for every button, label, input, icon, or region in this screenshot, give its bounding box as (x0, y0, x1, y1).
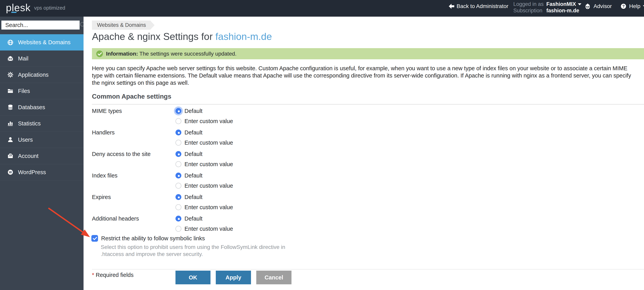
checkbox-checked-icon[interactable] (91, 235, 98, 242)
sidebar-item-wordpress[interactable]: W WordPress (0, 164, 84, 180)
subscription-value[interactable]: fashion-m.de (546, 8, 582, 14)
database-icon (7, 104, 14, 110)
radio-icon[interactable] (176, 118, 181, 124)
apply-button[interactable]: Apply (216, 271, 251, 284)
radio-icon[interactable] (176, 130, 181, 136)
sidebar-item-statistics[interactable]: Statistics (0, 116, 84, 132)
globe-icon (7, 39, 14, 46)
radio-option-custom[interactable]: Enter custom value (176, 117, 233, 125)
radio-option-default[interactable]: Default (176, 150, 202, 158)
radio-option-custom[interactable]: Enter custom value (176, 139, 233, 146)
sidebar: Websites & Domains Mail Applications Fil… (0, 17, 84, 290)
sidebar-item-applications[interactable]: Applications (0, 67, 84, 83)
sidebar-item-users[interactable]: Users (0, 132, 84, 148)
radio-option-custom[interactable]: Enter custom value (176, 203, 233, 211)
radio-icon[interactable] (176, 151, 181, 157)
radio-icon[interactable] (176, 161, 181, 167)
required-asterisk: * (92, 272, 94, 278)
radio-label[interactable]: Enter custom value (184, 140, 233, 146)
logged-in-user-menu[interactable]: FashionMIX (546, 1, 582, 7)
breadcrumb[interactable]: Websites & Domains (92, 20, 154, 30)
check-circle-icon (96, 50, 103, 57)
radio-option-default[interactable]: Default (176, 215, 202, 222)
logo-tagline: vps optimized (34, 5, 65, 11)
setting-row-index-files: Index files Default Enter custom value (84, 172, 644, 190)
session-info: Logged in as FashionMIX Subscription fas… (513, 1, 582, 14)
radio-label[interactable]: Default (184, 108, 202, 114)
advisor-owl-icon (584, 3, 591, 10)
section-title: Common Apache settings (92, 93, 644, 104)
radio-label[interactable]: Enter custom value (184, 118, 233, 124)
help-menu[interactable]: ? Help (620, 0, 644, 12)
radio-label[interactable]: Default (184, 194, 202, 200)
info-banner-label: Information: (106, 51, 138, 57)
breadcrumb-label: Websites & Domains (97, 22, 146, 28)
sidebar-item-label: WordPress (18, 169, 46, 176)
radio-option-default[interactable]: Default (176, 172, 202, 180)
sidebar-item-websites-domains[interactable]: Websites & Domains (0, 34, 84, 50)
symlink-checkbox-row[interactable]: Restrict the ability to follow symbolic … (91, 235, 205, 242)
cancel-button[interactable]: Cancel (256, 271, 292, 284)
logged-in-as-label: Logged in as (513, 1, 544, 7)
subscription-domain: fashion-m.de (546, 8, 579, 14)
plesk-logo-text: plesk (6, 2, 30, 13)
sidebar-item-files[interactable]: Files (0, 83, 84, 99)
radio-label[interactable]: Default (184, 129, 202, 136)
radio-icon[interactable] (176, 172, 181, 178)
setting-row-expires: Expires Default Enter custom value (84, 193, 644, 211)
sidebar-item-label: Databases (18, 104, 45, 110)
radio-icon[interactable] (176, 140, 181, 146)
bar-chart-icon (7, 120, 14, 127)
setting-label: Additional headers (92, 215, 139, 222)
radio-label[interactable]: Default (184, 216, 202, 222)
radio-icon[interactable] (176, 194, 181, 200)
radio-icon[interactable] (176, 216, 181, 222)
search-input[interactable] (1, 22, 79, 28)
radio-option-custom[interactable]: Enter custom value (176, 160, 233, 168)
ok-button[interactable]: OK (176, 271, 210, 284)
radio-icon[interactable] (176, 183, 181, 189)
setting-label: Deny access to the site (92, 150, 151, 158)
radio-icon[interactable] (176, 204, 181, 210)
setting-row-deny-access: Deny access to the site Default Enter cu… (84, 150, 644, 168)
sidebar-item-label: Websites & Domains (18, 39, 70, 46)
radio-icon[interactable] (176, 108, 181, 114)
radio-option-custom[interactable]: Enter custom value (176, 182, 233, 190)
radio-icon[interactable] (176, 226, 181, 232)
radio-label[interactable]: Default (184, 151, 202, 157)
sidebar-item-account[interactable]: Account (0, 148, 84, 164)
main-content: Websites & Domains Apache & nginx Settin… (84, 17, 644, 290)
radio-option-custom[interactable]: Enter custom value (176, 225, 233, 233)
radio-option-default[interactable]: Default (176, 128, 202, 136)
symlink-checkbox-description: Select this option to prohibit users fro… (101, 244, 285, 258)
plesk-logo-underline (11, 12, 16, 13)
sidebar-nav: Websites & Domains Mail Applications Fil… (0, 34, 84, 180)
briefcase-icon (7, 153, 14, 159)
sidebar-item-databases[interactable]: Databases (0, 99, 84, 116)
radio-label[interactable]: Enter custom value (184, 182, 233, 189)
setting-label: Index files (92, 172, 118, 180)
setting-label: Handlers (92, 128, 115, 136)
advisor-label: Advisor (594, 3, 612, 10)
wordpress-icon: W (7, 169, 14, 176)
back-to-administrator-link[interactable]: Back to Administrator (449, 0, 508, 12)
radio-option-default[interactable]: Default (176, 107, 202, 115)
plesk-screen: plesk vps optimized Back to Administrato… (0, 0, 644, 290)
advisor-link[interactable]: Advisor (584, 0, 612, 12)
form-divider (92, 269, 644, 270)
top-bar: plesk vps optimized Back to Administrato… (0, 0, 644, 17)
radio-option-default[interactable]: Default (176, 193, 202, 201)
info-banner-text: Information: The settings were successfu… (106, 51, 236, 57)
setting-row-mime-types: MIME types Default Enter custom value (84, 107, 644, 125)
sidebar-item-mail[interactable]: Mail (0, 50, 84, 67)
radio-label[interactable]: Default (184, 172, 202, 179)
sidebar-search (1, 20, 80, 30)
page-title: Apache & nginx Settings for fashion-m.de (92, 31, 272, 42)
symlink-checkbox-label[interactable]: Restrict the ability to follow symbolic … (101, 235, 205, 242)
page-title-prefix: Apache & nginx Settings for (92, 31, 216, 42)
radio-label[interactable]: Enter custom value (184, 226, 233, 232)
radio-label[interactable]: Enter custom value (184, 204, 233, 210)
info-banner: Information: The settings were successfu… (92, 48, 644, 59)
info-banner-message: The settings were successfully updated. (138, 51, 236, 57)
radio-label[interactable]: Enter custom value (184, 161, 233, 168)
